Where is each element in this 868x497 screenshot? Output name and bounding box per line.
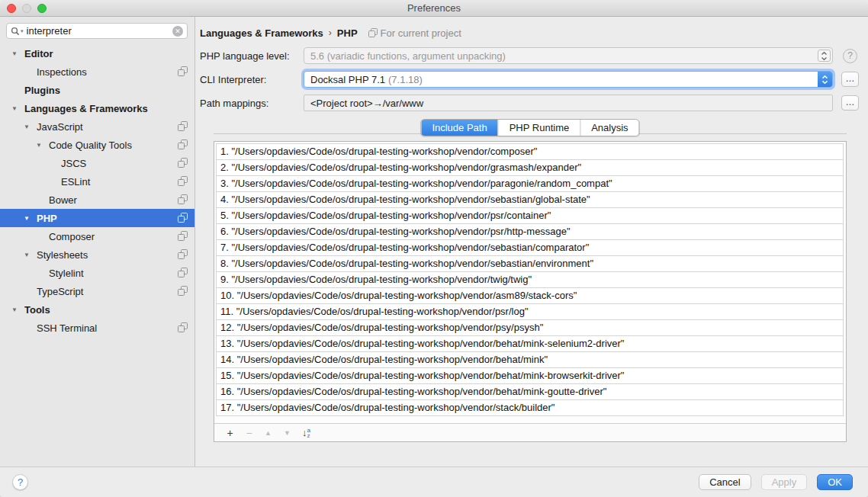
include-path-row[interactable]: 1. "/Users/opdavies/Code/os/drupal-testi… [216,143,844,160]
sort-alphabetically-icon[interactable]: ↓az [297,427,316,438]
sidebar-item-javascript[interactable]: ▼JavaScript [0,117,194,136]
sidebar-item-jscs[interactable]: JSCS [0,154,194,172]
include-path-row[interactable]: 9. "/Users/opdavies/Code/os/drupal-testi… [216,271,844,288]
title-bar: Preferences [0,0,868,17]
sidebar-item-code-quality-tools[interactable]: ▼Code Quality Tools [0,136,194,154]
clear-search-icon[interactable]: ✕ [172,26,183,37]
add-icon[interactable]: + [220,427,240,439]
sidebar-item-editor[interactable]: ▼Editor [0,44,194,63]
include-path-row[interactable]: 10. "/Users/opdavies/Code/os/drupal-test… [216,287,844,304]
settings-tree: ▼EditorInspectionsPlugins▼Languages & Fr… [0,44,194,337]
language-level-help-icon[interactable]: ? [843,49,857,63]
include-path-row[interactable]: 2. "/Users/opdavies/Code/os/drupal-testi… [216,159,844,176]
sidebar-item-composer[interactable]: Composer [0,227,194,245]
remove-icon: − [240,427,259,439]
sidebar-item-eslint[interactable]: ESLint [0,172,194,191]
dropdown-stepper-icon [818,50,831,62]
include-path-row[interactable]: 14. "/Users/opdavies/Code/os/drupal-test… [216,351,844,368]
sidebar-item-label: Tools [24,304,194,316]
settings-main-panel: Languages & Frameworks › PHP For current… [195,17,868,467]
sidebar-item-label: JSCS [61,158,194,169]
settings-search-input[interactable] [27,25,172,37]
php-settings-tabs: Include PathPHP RuntimeAnalysis [214,119,847,136]
include-path-row[interactable]: 6. "/Users/opdavies/Code/os/drupal-testi… [216,223,844,240]
chevron-down-icon[interactable]: ▼ [9,50,24,57]
cli-interpreter-browse-button[interactable]: … [841,72,859,87]
include-path-row[interactable]: 15. "/Users/opdavies/Code/os/drupal-test… [216,367,844,384]
include-path-row[interactable]: 3. "/Users/opdavies/Code/os/drupal-testi… [216,175,844,192]
settings-sidebar: ▾ ✕ ▼EditorInspectionsPlugins▼Languages … [0,17,195,467]
sidebar-item-label: Bower [49,194,194,206]
sidebar-item-languages-frameworks[interactable]: ▼Languages & Frameworks [0,99,194,117]
project-scope-icon [368,28,378,37]
path-mappings-label: Path mappings: [200,98,304,109]
chevron-down-icon[interactable]: ▼ [21,215,37,222]
apply-button: Apply [761,474,808,490]
window-title: Preferences [0,0,868,16]
include-path-row[interactable]: 17. "/Users/opdavies/Code/os/drupal-test… [216,399,844,416]
zoom-button[interactable] [37,4,47,13]
traffic-lights [7,4,47,13]
sidebar-item-label: SSH Terminal [37,322,194,334]
sidebar-item-label: Composer [49,231,194,242]
search-filter-caret-icon: ▾ [21,28,24,34]
breadcrumb-languages-frameworks[interactable]: Languages & Frameworks [200,27,323,39]
include-path-toolbar: +−▲▼↓az [214,423,846,441]
include-path-row[interactable]: 7. "/Users/opdavies/Code/os/drupal-testi… [216,239,844,256]
include-path-row[interactable]: 4. "/Users/opdavies/Code/os/drupal-testi… [216,191,844,208]
scope-note: For current project [368,27,461,39]
scope-note-label: For current project [381,27,461,39]
php-language-level-select: 5.6 (variadic functions, argument unpack… [304,47,833,64]
sidebar-item-inspections[interactable]: Inspections [0,63,194,81]
settings-search-box[interactable]: ▾ ✕ [6,23,188,39]
sidebar-item-label: JavaScript [37,121,194,133]
path-mappings-field[interactable]: <Project root>→/var/www [304,95,833,111]
include-path-row[interactable]: 12. "/Users/opdavies/Code/os/drupal-test… [216,319,844,336]
tab-include-path[interactable]: Include Path [421,120,497,136]
include-path-row[interactable]: 5. "/Users/opdavies/Code/os/drupal-testi… [216,207,844,224]
move-up-icon: ▲ [259,429,278,437]
ok-button[interactable]: OK [817,474,853,490]
cli-interpreter-select[interactable]: Docksal PHP 7.1 (7.1.18) [304,71,833,88]
path-mappings-value: <Project root>→/var/www [310,98,423,109]
sidebar-item-stylelint[interactable]: Stylelint [0,264,194,282]
cli-interpreter-label: CLI Interpreter: [200,74,304,85]
sidebar-item-tools[interactable]: ▼Tools [0,300,194,319]
breadcrumb-separator: › [329,27,332,38]
sidebar-item-label: TypeScript [37,286,194,297]
include-path-row[interactable]: 11. "/Users/opdavies/Code/os/drupal-test… [216,303,844,320]
chevron-down-icon[interactable]: ▼ [21,252,37,258]
chevron-down-icon[interactable]: ▼ [21,123,37,130]
sidebar-item-php[interactable]: ▼PHP [0,209,194,227]
sidebar-item-label: Editor [24,48,194,59]
include-path-row[interactable]: 8. "/Users/opdavies/Code/os/drupal-testi… [216,255,844,272]
search-icon[interactable]: ▾ [11,27,24,36]
sidebar-item-bower[interactable]: Bower [0,191,194,209]
chevron-down-icon[interactable]: ▼ [9,105,24,112]
tab-php-runtime[interactable]: PHP Runtime [498,120,580,136]
help-button[interactable]: ? [12,474,28,490]
include-path-row[interactable]: 13. "/Users/opdavies/Code/os/drupal-test… [216,335,844,352]
php-language-level-value: 5.6 (variadic functions, argument unpack… [310,50,506,62]
cli-interpreter-version: (7.1.18) [388,74,423,85]
cancel-button[interactable]: Cancel [699,474,751,490]
sidebar-item-ssh-terminal[interactable]: SSH Terminal [0,319,194,337]
close-button[interactable] [7,4,16,13]
move-down-icon: ▼ [278,429,297,437]
chevron-down-icon[interactable]: ▼ [9,306,24,313]
tab-analysis[interactable]: Analysis [580,120,638,136]
include-path-list[interactable]: 1. "/Users/opdavies/Code/os/drupal-testi… [214,142,846,423]
sidebar-item-plugins[interactable]: Plugins [0,81,194,99]
cli-interpreter-value: Docksal PHP 7.1 [310,74,385,85]
chevron-down-icon[interactable]: ▼ [34,142,49,149]
minimize-button [22,4,31,13]
preferences-window: Preferences ▾ ✕ ▼EditorInspectionsPlugin… [0,0,868,497]
sidebar-item-stylesheets[interactable]: ▼Stylesheets [0,245,194,264]
include-path-row[interactable]: 16. "/Users/opdavies/Code/os/drupal-test… [216,383,844,400]
path-mappings-browse-button[interactable]: … [841,95,859,111]
tab-segmented-control: Include PathPHP RuntimeAnalysis [420,119,639,136]
sidebar-item-typescript[interactable]: TypeScript [0,282,194,300]
dropdown-stepper-icon[interactable] [818,72,832,87]
sidebar-item-label: ESLint [61,176,194,188]
include-path-panel: 1. "/Users/opdavies/Code/os/drupal-testi… [214,141,847,442]
